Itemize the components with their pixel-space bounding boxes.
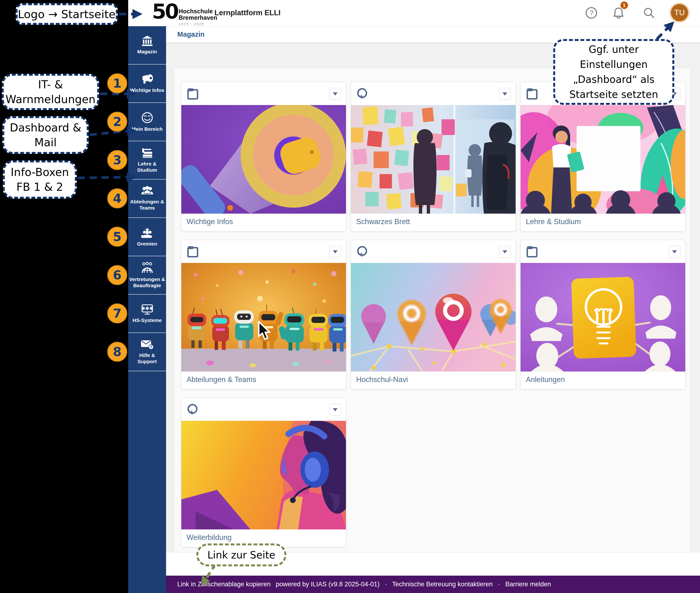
card-actions-dropdown[interactable] (329, 246, 341, 258)
footer-link-barrier[interactable]: Barriere melden (505, 581, 551, 588)
megaphone-illustration (181, 105, 346, 213)
svg-text:?: ? (150, 345, 152, 349)
card-wichtige-infos: Wichtige Infos (181, 82, 346, 232)
sidebar-item-wichtige-infos[interactable]: Wichtige Infos (128, 65, 166, 103)
presentation-illustration (521, 105, 685, 213)
sidebar-item-abteilungen-teams[interactable]: Abteilungen & Teams (128, 180, 166, 218)
logo-name-line1: Hochschule (179, 8, 217, 14)
chevron-down-icon (672, 250, 677, 253)
sidebar-item-label: Magazin (136, 49, 158, 54)
sidebar-item-label: HS-Systeme (132, 317, 163, 323)
callout-it-warnmeldungen: IT- & Warnmeldungen (2, 74, 99, 110)
callout-dashboard-mail: Dashboard & Mail (2, 116, 88, 154)
annotation-number-5: 5 (107, 227, 127, 247)
card-weiterbildung: Weiterbildung (181, 398, 346, 547)
folder-icon (526, 87, 539, 100)
bank-icon (142, 36, 153, 46)
main-sidebar: Magazin Wichtige Infos Mein Bereich Lehr… (128, 26, 166, 593)
card-image[interactable] (181, 105, 346, 213)
card-title[interactable]: Wichtige Infos (181, 213, 346, 232)
annotation-number-8: 8 (107, 342, 127, 362)
help-icon[interactable]: ? (585, 7, 597, 19)
university-logo[interactable]: 50 Hochschule Bremerhaven 1975 - 2025 (152, 2, 217, 26)
svg-text:?: ? (589, 9, 593, 17)
headphones-person-illustration (181, 421, 346, 529)
link-icon (187, 403, 199, 416)
logo-years: 1975 - 2025 (179, 22, 217, 26)
card-actions-dropdown[interactable] (329, 88, 341, 100)
avatar[interactable]: TU (669, 3, 690, 23)
footer-link-support[interactable]: Technische Betreuung kontaktieren (392, 581, 493, 588)
annotation-number-1: 1 (107, 73, 127, 93)
sidebar-item-label: Abteilungen & Teams (128, 199, 166, 210)
sidebar-item-label: Wichtige Infos (129, 87, 165, 93)
footer-separator: · (498, 581, 500, 588)
lightbulb-illustration (521, 263, 685, 371)
search-icon[interactable] (643, 7, 655, 19)
card-image[interactable] (351, 105, 516, 213)
card-grid: Wichtige Infos (181, 82, 686, 547)
chevron-down-icon (333, 92, 338, 95)
annotation-number-6: 6 (107, 265, 127, 285)
app-header: 50 Hochschule Bremerhaven 1975 - 2025 Le… (128, 0, 700, 27)
card-image[interactable] (521, 263, 685, 371)
repository-panel: Wichtige Infos (174, 68, 690, 553)
sidebar-item-hs-systeme[interactable]: ✱✱✱ HS-Systeme (128, 294, 166, 333)
svg-text:✱✱✱: ✱✱✱ (141, 306, 153, 311)
card-image[interactable] (181, 421, 346, 529)
card-image[interactable] (351, 263, 516, 371)
card-actions-dropdown[interactable] (499, 246, 511, 258)
map-pins-illustration (351, 263, 516, 371)
notification-badge: 1 (620, 1, 628, 9)
card-image[interactable] (521, 105, 685, 213)
card-title[interactable]: Hochschul-Navi (351, 371, 516, 389)
committee-icon (141, 227, 154, 238)
footer-bar: Link in Zwischenablage kopieren powered … (166, 576, 700, 593)
chevron-down-icon (333, 408, 338, 411)
folder-icon (187, 87, 199, 100)
page-title: Lernplattform ELLI (214, 9, 281, 17)
card-actions-dropdown[interactable] (669, 246, 680, 258)
smiley-icon (141, 112, 153, 124)
globe-people-icon (141, 262, 153, 274)
card-schwarzes-brett: Schwarzes Brett (351, 82, 516, 232)
sidebar-item-label: Lehre & Studium (128, 161, 166, 173)
sidebar-item-label: Gremien (136, 241, 158, 247)
annotation-arrow (78, 177, 127, 178)
card-actions-dropdown[interactable] (499, 88, 511, 100)
breadcrumb-magazin[interactable]: Magazin (177, 31, 205, 38)
sticky-notes-illustration (351, 105, 516, 213)
mail-question-icon: ? (141, 340, 154, 350)
callout-logo-startseite: Logo → Startseite (16, 3, 118, 25)
folder-icon (187, 245, 199, 258)
footer-link-clipboard[interactable]: Link in Zwischenablage kopieren (177, 581, 271, 588)
card-title[interactable]: Schwarzes Brett (351, 213, 516, 232)
sidebar-item-magazin[interactable]: Magazin (128, 26, 166, 65)
link-icon (356, 87, 369, 100)
books-icon (141, 148, 154, 158)
card-title[interactable]: Anleitungen (521, 371, 685, 389)
callout-link-zur-seite: Link zur Seite (196, 544, 286, 566)
callout-infoboxen: Info-Boxen FB 1 & 2 (3, 160, 77, 199)
sidebar-item-vertretungen[interactable]: Vertretungen & Beauftragte (128, 256, 166, 294)
sidebar-item-mein-bereich[interactable]: Mein Bereich (128, 103, 166, 141)
card-anleitungen: Anleitungen (520, 240, 686, 389)
sidebar-item-label: Mein Bereich (131, 126, 164, 132)
annotation-number-3: 3 (107, 150, 127, 170)
card-actions-dropdown[interactable] (329, 404, 341, 416)
chevron-down-icon (503, 92, 507, 95)
logo-name-line2: Bremerhaven (179, 14, 217, 21)
sidebar-item-label: Hilfe & Support (128, 352, 166, 364)
card-title[interactable]: Abteilungen & Teams (181, 371, 346, 389)
folder-icon (526, 245, 539, 258)
card-image[interactable] (181, 263, 346, 371)
annotation-arrow (89, 131, 127, 135)
card-title[interactable]: Lehre & Studium (521, 213, 685, 232)
sidebar-item-label: Vertretungen & Beauftragte (128, 276, 166, 288)
sidebar-item-gremien[interactable]: Gremien (128, 218, 166, 256)
mouse-cursor (258, 321, 272, 342)
sidebar-item-lehre-studium[interactable]: Lehre & Studium (128, 141, 166, 180)
main-content: Magazin (166, 26, 700, 576)
megaphone-icon (141, 74, 153, 85)
sidebar-item-hilfe-support[interactable]: ? Hilfe & Support (128, 333, 166, 371)
